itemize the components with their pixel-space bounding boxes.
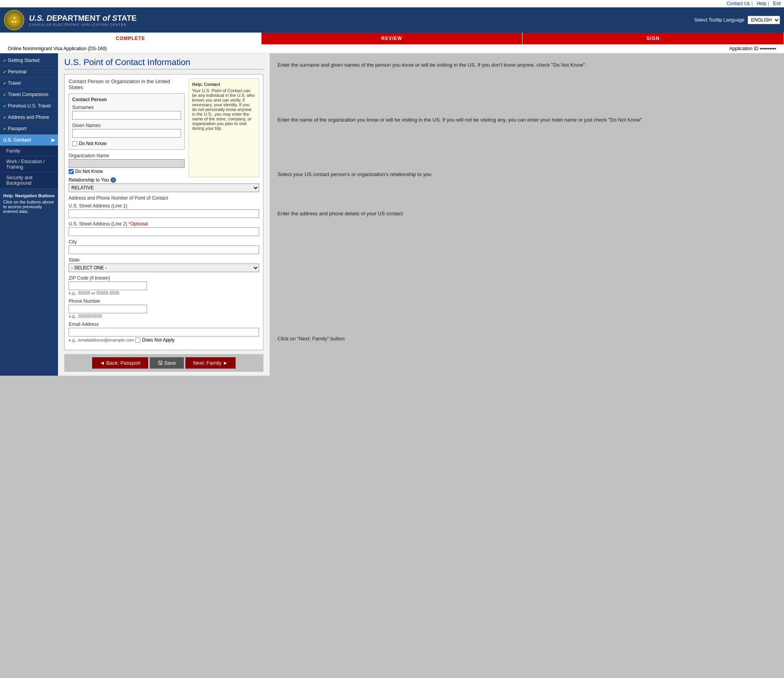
- do-not-know-checkbox[interactable]: [72, 141, 77, 146]
- state-label: State: [69, 257, 259, 263]
- check-icon: ✔: [3, 104, 6, 108]
- check-icon: ✔: [3, 58, 6, 63]
- city-row: City: [69, 239, 259, 254]
- phone-input[interactable]: [69, 305, 147, 313]
- tab-complete[interactable]: COMPLETE: [0, 33, 261, 44]
- surnames-label: Surnames: [72, 105, 181, 110]
- exit-link[interactable]: Exit: [773, 1, 781, 6]
- org-name-label: Organization Name: [69, 153, 185, 158]
- check-icon: ✔: [3, 93, 6, 97]
- annotation-area: Enter the surname and given names of the…: [270, 53, 784, 376]
- relationship-row: Relationship to You i RELATIVE FRIEND EM…: [69, 177, 259, 192]
- org-do-not-know-label: Do Not Know: [75, 169, 103, 174]
- street2-label: U.S. Street Address (Line 2) *Optional: [69, 221, 259, 227]
- zip-hint: e.g., 55555 or 55555-5555: [69, 291, 259, 295]
- help-box-title: Help: Contact: [192, 82, 256, 87]
- department-seal: ★★★: [4, 10, 24, 30]
- help-box-text: Your U.S. Point of Contact can be any in…: [192, 88, 256, 131]
- sidebar: ✔ Getting Started ✔ Personal ✔ Travel ✔ …: [0, 53, 58, 376]
- address-section-title: Address and Phone Number of Point of Con…: [69, 195, 259, 201]
- tab-sign[interactable]: SIGN: [523, 33, 784, 44]
- next-button[interactable]: Next: Family ►: [185, 357, 236, 369]
- state-select[interactable]: - SELECT ONE - AlabamaAlaskaArizona Cali…: [69, 264, 259, 272]
- tooltip-language-label: Select Tooltip Language: [694, 17, 744, 23]
- nav-tabs: COMPLETE REVIEW SIGN: [0, 33, 784, 44]
- top-bar: Contact Us | Help | Exit: [0, 0, 784, 7]
- street1-label: U.S. Street Address (Line 1): [69, 203, 259, 209]
- save-button[interactable]: 🖫 Save: [150, 357, 183, 369]
- help-link[interactable]: Help: [757, 1, 766, 6]
- email-hint: e.g., emailaddress@example.com: [69, 338, 134, 342]
- page-title: U.S. Point of Contact Information: [64, 57, 263, 69]
- surnames-row: Surnames: [72, 105, 181, 120]
- sidebar-item-travel[interactable]: ✔ Travel: [0, 78, 58, 89]
- sidebar-item-family[interactable]: Family: [0, 146, 58, 156]
- next-annotation: Click on "Next: Family" button: [278, 335, 776, 343]
- surname-annotation: Enter the surname and given names of the…: [278, 61, 776, 69]
- org-do-not-know-checkbox[interactable]: [69, 169, 74, 174]
- sidebar-help-text: Click on the buttons above to access pre…: [3, 200, 55, 214]
- surnames-input[interactable]: [72, 111, 181, 120]
- phone-row: Phone Number e.g., 5555555555: [69, 298, 259, 318]
- bottom-nav: ◄ Back: Passport 🖫 Save Next: Family ►: [64, 354, 263, 372]
- street2-row: U.S. Street Address (Line 2) *Optional: [69, 221, 259, 236]
- given-names-row: Given Names: [72, 123, 181, 138]
- sidebar-item-personal[interactable]: ✔ Personal: [0, 66, 58, 78]
- dept-subtitle: CONSULAR ELECTRONIC APPLICATION CENTER: [29, 23, 136, 27]
- app-id-bar: Online Nonimmigrant Visa Application (DS…: [0, 44, 784, 53]
- state-row: State - SELECT ONE - AlabamaAlaskaArizon…: [69, 257, 259, 272]
- relationship-select[interactable]: RELATIVE FRIEND EMPLOYER SCHOOL OTHER: [69, 184, 259, 192]
- zip-label: ZIP Code (if known): [69, 275, 259, 281]
- email-input[interactable]: [69, 328, 259, 336]
- relationship-label: Relationship to You i: [69, 177, 259, 183]
- does-not-apply-label: Does Not Apply: [142, 337, 174, 343]
- street1-input[interactable]: [69, 209, 259, 218]
- language-select[interactable]: ENGLISH: [748, 16, 780, 24]
- section-title: Contact Person or Organization in the Un…: [69, 78, 185, 90]
- check-icon: ✔: [3, 127, 6, 131]
- sidebar-item-travel-companions[interactable]: ✔ Travel Companions: [0, 89, 58, 100]
- content-area: U.S. Point of Contact Information Contac…: [58, 53, 270, 376]
- info-icon[interactable]: i: [111, 177, 116, 183]
- phone-label: Phone Number: [69, 298, 259, 304]
- sidebar-item-passport[interactable]: ✔ Passport: [0, 123, 58, 135]
- sidebar-item-work-education[interactable]: Work / Education / Training: [0, 156, 58, 173]
- contact-person-label: Contact Person: [72, 97, 181, 102]
- app-id: Application ID ••••••••••: [730, 46, 776, 51]
- sidebar-item-getting-started[interactable]: ✔ Getting Started: [0, 55, 58, 66]
- sidebar-item-security-background[interactable]: Security and Background: [0, 173, 58, 189]
- sidebar-help-title: Help: Navigation Buttons: [3, 193, 55, 198]
- back-button[interactable]: ◄ Back: Passport: [92, 357, 149, 369]
- email-row: Email Address e.g., emailaddress@example…: [69, 322, 259, 343]
- city-input[interactable]: [69, 245, 259, 254]
- check-icon: ✔: [3, 70, 6, 74]
- arrow-icon: ▶: [51, 137, 55, 143]
- check-icon: ✔: [3, 81, 6, 85]
- street2-input[interactable]: [69, 227, 259, 236]
- help-box: Help: Contact Your U.S. Point of Contact…: [189, 78, 259, 177]
- given-names-label: Given Names: [72, 123, 181, 128]
- header: ★★★ U.S. DEPARTMENT of STATE CONSULAR EL…: [0, 7, 784, 33]
- address-annotation: Enter the address and phone details of y…: [278, 210, 776, 218]
- given-names-input[interactable]: [72, 129, 181, 138]
- check-icon: ✔: [3, 115, 6, 120]
- relationship-annotation: Select your US contact person's or organ…: [278, 171, 776, 178]
- sidebar-item-us-contact[interactable]: U.S. Contact ▶: [0, 135, 58, 146]
- zip-row: ZIP Code (if known) e.g., 55555 or 55555…: [69, 275, 259, 295]
- org-do-not-know-row: Do Not Know: [69, 169, 185, 174]
- do-not-know-label: Do Not Know: [79, 141, 107, 146]
- phone-hint: e.g., 5555555555: [69, 314, 259, 318]
- org-annotation: Enter the name of the organization you k…: [278, 116, 776, 124]
- dept-name: U.S. DEPARTMENT of STATE: [29, 14, 136, 23]
- street1-row: U.S. Street Address (Line 1): [69, 203, 259, 218]
- tab-review[interactable]: REVIEW: [261, 33, 523, 44]
- sidebar-item-address-and-phone[interactable]: ✔ Address and Phone: [0, 112, 58, 123]
- sidebar-help: Help: Navigation Buttons Click on the bu…: [0, 190, 58, 217]
- app-form-title: Online Nonimmigrant Visa Application (DS…: [8, 46, 107, 51]
- org-name-row: Organization Name Do Not Know: [69, 153, 185, 174]
- sidebar-item-previous-us-travel[interactable]: ✔ Previous U.S. Travel: [0, 100, 58, 112]
- org-name-input[interactable]: [69, 159, 185, 168]
- does-not-apply-checkbox[interactable]: [135, 338, 140, 343]
- contact-us-link[interactable]: Contact Us: [727, 1, 750, 6]
- zip-input[interactable]: [69, 282, 147, 290]
